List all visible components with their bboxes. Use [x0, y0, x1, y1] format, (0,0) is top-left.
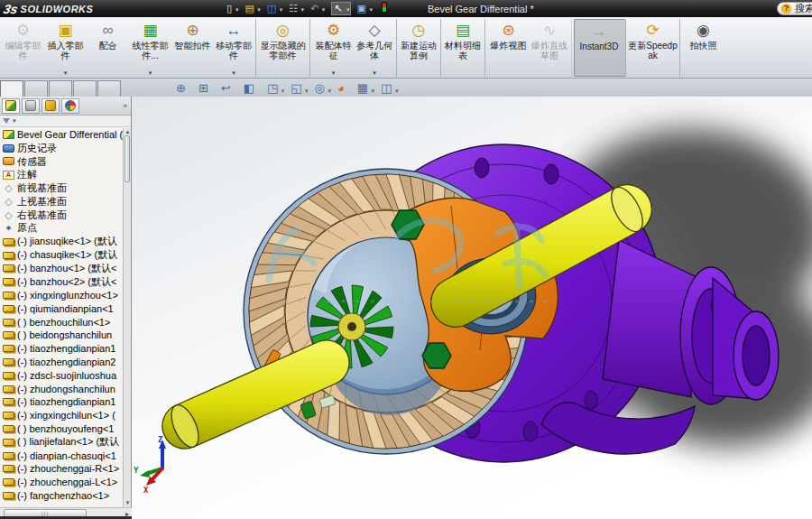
- filter-icon[interactable]: [3, 118, 10, 124]
- tree-item[interactable]: ( ) benzhouyoufeng<1: [3, 422, 123, 436]
- panel-expand-chevron[interactable]: »: [123, 101, 127, 110]
- tree-item[interactable]: ⌖ 原点: [3, 222, 123, 236]
- chevron-down-icon[interactable]: ▾: [373, 70, 376, 77]
- feature-tree: Bevel Gear Differential (默 历史记录 传感器 A 注解…: [0, 128, 123, 507]
- tree-item[interactable]: (-) banzhou<1> (默认<: [3, 262, 123, 275]
- graphics-area[interactable]: Z Y X: [132, 97, 812, 519]
- tree-item[interactable]: (-) zhudongshanchilun: [3, 382, 123, 395]
- tab-propertymanager[interactable]: [22, 98, 40, 114]
- section-view-icon[interactable]: ◧: [244, 81, 260, 96]
- tree-item-icon: [3, 144, 14, 153]
- ribbon-edit-component[interactable]: ⚙ 编辑零部件 ▾: [2, 19, 44, 77]
- solidworks-logo-icon: 3s: [2, 2, 19, 16]
- display-style-icon[interactable]: ◱: [291, 81, 307, 96]
- tree-item[interactable]: ◇ 右视基准面: [3, 209, 123, 222]
- edit-appearance-icon[interactable]: ◕: [337, 81, 350, 96]
- chevron-down-icon[interactable]: ▾: [149, 70, 152, 77]
- ribbon-button-icon: ↔: [226, 22, 242, 41]
- save-icon[interactable]: ◫: [267, 3, 282, 14]
- ribbon-insert-components[interactable]: ▣ 插入零部件 ▾: [44, 19, 87, 77]
- ribbon-linear-pattern[interactable]: ▦ 线性零部件... ▾: [129, 19, 171, 77]
- tree-item[interactable]: A 注解: [3, 168, 123, 181]
- tree-item[interactable]: (-) banzhou<2> (默认<: [3, 275, 123, 289]
- chevron-down-icon[interactable]: ▾: [64, 70, 68, 77]
- tab-dimxpertmanager[interactable]: [61, 98, 79, 114]
- tree-item[interactable]: (-) dianpian-chasuqi<1: [3, 449, 123, 462]
- ribbon-explode-line-sketch[interactable]: ∿ 爆炸直线草图 ▾: [530, 19, 572, 77]
- ribbon-update-speedpak[interactable]: ⟳ 更新Speedpak ▾: [628, 19, 680, 77]
- scroll-down-icon[interactable]: ▼: [124, 499, 132, 507]
- search-box[interactable]: ? 搜索: [777, 2, 812, 15]
- tree-item[interactable]: (-) chasuqike<1> (默认: [3, 248, 123, 262]
- ribbon-reference-geometry[interactable]: ◇ 参考几何体 ▾: [355, 19, 397, 77]
- filter-dropdown-icon[interactable]: ▾: [13, 117, 16, 125]
- tree-item[interactable]: (-) jiansuqike<1> (默认: [3, 235, 123, 248]
- options-icon[interactable]: ▣: [357, 3, 373, 14]
- apply-scene-icon[interactable]: ▦: [357, 81, 374, 96]
- zoom-to-area-icon[interactable]: ⊞: [198, 81, 214, 96]
- ribbon-smart-fasteners[interactable]: ⊕ 智能扣件 ▾: [171, 19, 214, 77]
- tree-item[interactable]: ◇ 上视基准面: [3, 195, 123, 209]
- print-icon[interactable]: ☷: [289, 3, 304, 14]
- hide-show-items-icon[interactable]: ◎: [315, 81, 330, 96]
- tree-item[interactable]: 历史记录: [3, 142, 123, 155]
- zoom-to-fit-icon[interactable]: ⊕: [176, 81, 191, 96]
- tree-item[interactable]: (-) zhouchenggai-R<1>: [3, 462, 123, 476]
- rebuild-icon[interactable]: [382, 2, 393, 15]
- tree-vertical-scrollbar[interactable]: ▲ ▼: [123, 128, 131, 507]
- tab-sketch[interactable]: [49, 80, 72, 97]
- view-settings-icon[interactable]: ◫: [381, 81, 397, 96]
- tab-office-products[interactable]: [97, 80, 121, 97]
- select-arrow-icon[interactable]: ↖: [331, 2, 350, 15]
- tree-item[interactable]: (-) tiaozhengdianpian1: [3, 342, 123, 356]
- tree-filter-row: ▾: [0, 116, 131, 127]
- ribbon-move-component[interactable]: ↔ 移动零部件 ▾: [214, 19, 256, 77]
- tree-root-item[interactable]: Bevel Gear Differential (默: [3, 128, 123, 142]
- main-area: » ▾ Bevel Gear Differential (默 历史记录 传感器: [0, 97, 812, 519]
- tree-item[interactable]: ( ) beidongshanchilun: [3, 329, 123, 342]
- search-label: 搜索: [795, 2, 812, 15]
- tree-item[interactable]: ( ) benzhouchilun<1>: [3, 315, 123, 329]
- triad-x-label: X: [143, 486, 149, 495]
- view-orientation-icon[interactable]: ◳: [267, 81, 283, 96]
- ribbon-instant3d[interactable]: → Instant3D ▾: [574, 19, 626, 77]
- tree-item-icon: A: [3, 171, 14, 180]
- chevron-down-icon[interactable]: ▾: [332, 70, 336, 77]
- tree-item[interactable]: (-) xingxingchilun<1> (: [3, 409, 123, 422]
- undo-icon[interactable]: ↶: [310, 3, 325, 14]
- tree-item[interactable]: (-) tiaozhengdianpian2: [3, 356, 123, 369]
- ribbon-new-motion-study[interactable]: ◷ 新建运动算例 ▾: [399, 19, 441, 77]
- tree-item[interactable]: (-) tiaozhengdianpian1: [3, 395, 123, 409]
- ribbon-bom[interactable]: ▤ 材料明细表 ▾: [443, 19, 485, 77]
- tree-item[interactable]: (-) xingxinglunzhou<1>: [3, 289, 123, 302]
- tab-layout[interactable]: [24, 80, 48, 97]
- tree-item[interactable]: ( ) lianjiefalan<1> (默认: [3, 435, 123, 449]
- tree-item[interactable]: (-) zhouchenggai-L<1>: [3, 476, 123, 489]
- ribbon-button-icon: ⚙: [16, 22, 30, 41]
- tree-item[interactable]: (-) zdscl-suojinluoshua: [3, 368, 123, 382]
- tab-featuremanager-tree[interactable]: [2, 98, 20, 114]
- ribbon-mate[interactable]: ∞ 配合 ▾: [87, 19, 129, 77]
- tree-item-icon: [3, 452, 14, 459]
- tab-evaluate[interactable]: [73, 80, 97, 97]
- new-document-icon[interactable]: ▯: [226, 3, 238, 14]
- orientation-triad: Z Y X: [134, 435, 166, 495]
- tree-item[interactable]: ◇ 前视基准面: [3, 181, 123, 195]
- ribbon-exploded-view[interactable]: ⊛ 爆炸视图 ▾: [487, 19, 530, 77]
- tree-item[interactable]: (-) qiumiandianpian<1: [3, 301, 123, 315]
- 3d-viewport[interactable]: Z Y X: [132, 97, 812, 519]
- ribbon-button-icon: ⚙: [327, 22, 340, 41]
- document-title: Bevel Gear Differential *: [428, 4, 534, 14]
- ribbon-show-hidden[interactable]: ◎ 显示隐藏的零部件 ▾: [258, 19, 310, 77]
- ribbon-button-icon: ∞: [102, 22, 113, 41]
- previous-view-icon[interactable]: ↩: [221, 81, 236, 96]
- scrollbar-thumb[interactable]: [125, 135, 130, 182]
- tree-item[interactable]: (-) fangchenzhao<1>: [3, 489, 123, 503]
- tab-assembly[interactable]: [0, 80, 23, 97]
- tree-item[interactable]: 传感器: [3, 155, 123, 169]
- ribbon-take-snapshot[interactable]: ◉ 拍快照 ▾: [682, 19, 724, 77]
- tab-configurationmanager[interactable]: [42, 98, 60, 114]
- chevron-down-icon[interactable]: ▾: [232, 70, 235, 77]
- open-icon[interactable]: ▤: [245, 3, 260, 14]
- ribbon-assembly-features[interactable]: ⚙ 装配体特征 ▾: [312, 19, 355, 77]
